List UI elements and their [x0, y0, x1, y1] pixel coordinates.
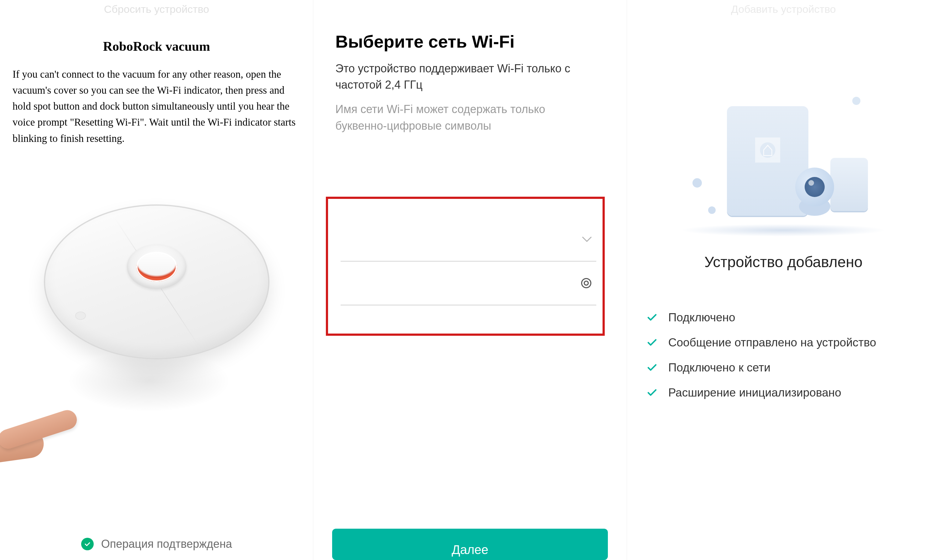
check-icon: [646, 387, 658, 398]
device-added-title: Устройство добавлено: [640, 253, 928, 271]
wifi-password-input[interactable]: [341, 277, 579, 289]
wifi-form-highlight-box: [326, 197, 604, 336]
check-circle-icon: [81, 538, 94, 550]
operation-confirmed-row: Операция подтверждена: [0, 537, 313, 551]
wifi-ssid-row[interactable]: [341, 218, 596, 262]
check-icon: [646, 312, 658, 323]
svg-point-1: [581, 278, 591, 288]
wifi-title: Выберите сеть Wi-Fi: [335, 31, 614, 52]
panel1-body: If you can't connect to the vacuum for a…: [12, 66, 300, 146]
next-button[interactable]: Далее: [332, 529, 607, 560]
camera-icon: [790, 150, 840, 216]
vacuum-image: [0, 182, 310, 414]
operation-confirmed-label: Операция подтверждена: [101, 537, 232, 551]
hand-illustration: [0, 382, 82, 470]
devices-illustration: ⌂: [686, 97, 880, 235]
panel1-title: RoboRock vacuum: [12, 39, 300, 54]
status-item: Сообщение отправлено на устройство: [646, 330, 928, 355]
reset-device-panel: Сбросить устройство RoboRock vacuum If y…: [0, 0, 313, 560]
wifi-subtitle-1: Это устройство поддерживает Wi-Fi только…: [335, 60, 576, 93]
vacuum-body: [44, 205, 270, 360]
status-label: Сообщение отправлено на устройство: [668, 336, 877, 349]
wifi-subtitle-2: Имя сети Wi-Fi может содержать только бу…: [335, 101, 598, 134]
panel1-header: Сбросить устройство: [12, 3, 300, 15]
status-label: Подключено к сети: [668, 361, 770, 374]
next-button-label: Далее: [452, 543, 488, 557]
status-list: Подключено Сообщение отправлено на устро…: [646, 305, 928, 405]
wifi-ssid-input[interactable]: [341, 233, 580, 245]
status-item: Подключено: [646, 305, 928, 330]
status-item: Подключено к сети: [646, 355, 928, 380]
eye-icon[interactable]: [579, 276, 593, 290]
panel3-header: Добавить устройство: [640, 3, 928, 15]
wifi-select-panel: Выберите сеть Wi-Fi Это устройство подде…: [313, 0, 627, 560]
chevron-down-icon[interactable]: [581, 233, 593, 246]
status-item: Расширение инициализировано: [646, 380, 928, 405]
svg-point-0: [584, 281, 588, 285]
status-label: Расширение инициализировано: [668, 386, 841, 399]
device-added-panel: Добавить устройство ⌂ Устройство добавле…: [627, 0, 940, 560]
check-icon: [646, 362, 658, 373]
status-label: Подключено: [668, 311, 735, 324]
check-icon: [646, 337, 658, 348]
wifi-password-row[interactable]: [341, 262, 596, 305]
